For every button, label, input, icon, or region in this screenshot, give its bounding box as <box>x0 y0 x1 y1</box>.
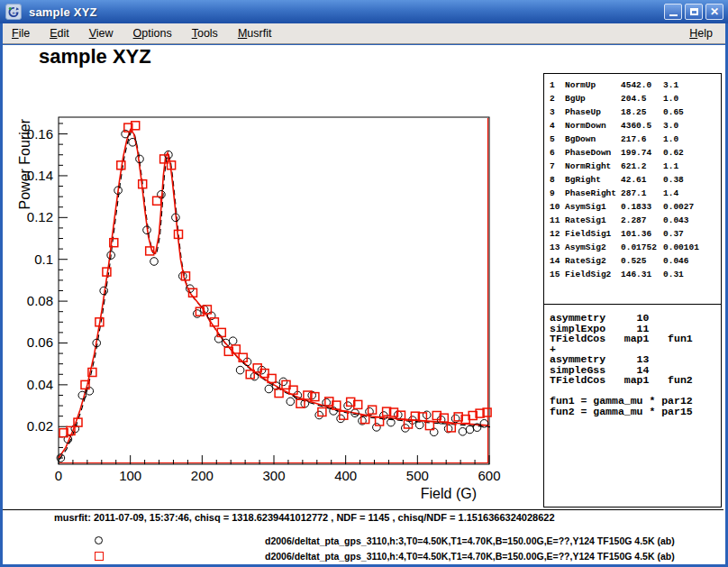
data-point-square <box>275 389 283 398</box>
data-point-circle <box>150 258 159 266</box>
data-point-circle <box>194 310 202 318</box>
svg-text:300: 300 <box>262 468 285 483</box>
fit-curve <box>59 130 489 458</box>
svg-text:400: 400 <box>334 468 357 483</box>
data-point-circle <box>315 411 323 419</box>
theory-line: fun2 = gamma_mu * par15 <box>550 407 721 417</box>
data-point-circle <box>459 428 467 436</box>
parameter-row: 12FieldSig1101.360.37 <box>550 227 721 241</box>
fit-curve-dashed <box>59 132 490 460</box>
parameter-table: 1NormUp4542.03.12BgUp204.51.03PhaseUp18.… <box>544 74 721 305</box>
open-circle-marker-icon <box>95 536 103 544</box>
footer-separator <box>3 509 723 510</box>
parameter-row: 10AsymSig10.18330.0027 <box>550 200 721 214</box>
parameter-row: 8BgRight42.610.38 <box>550 173 721 187</box>
theory-line: TFieldCos map1 fun2 <box>550 375 721 386</box>
data-point-circle <box>236 366 244 374</box>
menu-item-tools[interactable]: Tools <box>185 24 225 42</box>
svg-text:0.04: 0.04 <box>27 377 53 392</box>
svg-text:0.08: 0.08 <box>27 293 53 308</box>
parameter-row: 11RateSig12.2870.043 <box>550 214 721 227</box>
parameter-row: 7NormRight621.21.1 <box>550 160 721 173</box>
menu-item-view[interactable]: View <box>82 24 121 42</box>
close-icon[interactable]: ✕ <box>705 4 723 20</box>
minimize-icon[interactable] <box>664 4 682 20</box>
svg-text:0.02: 0.02 <box>27 418 53 434</box>
data-point-circle <box>337 415 345 423</box>
svg-text:500: 500 <box>406 468 429 483</box>
parameter-row: 15FieldSig2146.310.31 <box>550 268 721 281</box>
menubar: FileEditViewOptionsToolsMusrfit Help <box>3 23 725 44</box>
theory-line: asymmetry 10 <box>550 313 721 324</box>
legend-item: d2006/deltat_pta_gps_3110,h:4,T0=4.50K,T… <box>3 550 723 562</box>
y-axis-title: Power Fourier <box>17 118 32 209</box>
data-point-circle <box>480 420 488 428</box>
theory-line: fun1 = gamma_mu * par12 <box>550 396 721 407</box>
parameter-row: 3PhaseUp18.250.65 <box>550 105 721 119</box>
window-title: sample XYZ <box>29 5 97 19</box>
fit-parameter-panel: 1NormUp4542.03.12BgUp204.51.03PhaseUp18.… <box>543 73 722 508</box>
svg-text:0.12: 0.12 <box>27 209 53 224</box>
parameter-row: 4NormDown4360.53.0 <box>550 119 721 133</box>
data-point-circle <box>265 385 273 393</box>
fit-status-text: musrfit: 2011-07-09, 15:37:46, chisq = 1… <box>54 512 555 523</box>
data-point-circle <box>287 398 295 406</box>
data-point-circle <box>466 425 474 434</box>
menu-item-musrfit[interactable]: Musrfit <box>231 24 279 42</box>
svg-text:0.06: 0.06 <box>27 334 53 350</box>
menu-item-help[interactable]: Help <box>682 24 720 42</box>
app-window: ++ sample XYZ ✕ FileEditViewOptionsTools… <box>0 0 728 567</box>
legend-label: d2006/deltat_pta_gps_3110,h:4,T0=4.50K,T… <box>265 551 675 562</box>
menu-item-file[interactable]: File <box>5 24 37 42</box>
svg-text:0: 0 <box>55 468 62 483</box>
open-square-marker-icon <box>95 552 104 561</box>
data-point-circle <box>279 378 287 386</box>
svg-text:100: 100 <box>119 468 141 483</box>
parameter-row: 13AsymSig20.017520.00101 <box>550 241 721 254</box>
titlebar[interactable]: ++ sample XYZ ✕ <box>0 0 728 23</box>
legend-label: d2006/deltat_pta_gps_3110,h:3,T0=4.50K,T… <box>265 535 675 546</box>
parameter-row: 6PhaseDown199.740.62 <box>550 146 721 160</box>
data-point-circle <box>229 337 237 345</box>
root-logo-icon: ++ <box>5 4 22 20</box>
theory-line: TFieldCos map1 fun1 <box>550 334 721 344</box>
maximize-icon[interactable] <box>685 4 703 20</box>
svg-text:600: 600 <box>478 468 500 483</box>
parameter-row: 5BgDown217.61.0 <box>550 133 721 146</box>
parameter-row: 9PhaseRight287.11.4 <box>550 187 721 200</box>
theory-line: asymmetry 13 <box>550 354 721 365</box>
menu-item-options[interactable]: Options <box>126 24 179 42</box>
parameter-row: 1NormUp4542.03.1 <box>550 78 721 92</box>
svg-text:++: ++ <box>12 10 19 15</box>
legend-item: d2006/deltat_pta_gps_3110,h:3,T0=4.50K,T… <box>3 535 723 547</box>
menu-item-edit[interactable]: Edit <box>42 24 77 42</box>
data-point-square <box>369 406 377 414</box>
svg-text:0.1: 0.1 <box>34 251 53 267</box>
svg-text:200: 200 <box>191 468 214 483</box>
x-axis-title: Field (G) <box>421 486 477 501</box>
root-canvas[interactable]: sample XYZ 01002003004005006000.020.040.… <box>3 45 725 564</box>
theory-function-panel: asymmetry 10simplExpo 11TFieldCos map1 f… <box>544 305 721 416</box>
data-point-circle <box>373 424 381 432</box>
parameter-row: 14RateSig20.5250.046 <box>550 254 721 268</box>
parameter-row: 2BgUp204.51.0 <box>550 92 721 105</box>
